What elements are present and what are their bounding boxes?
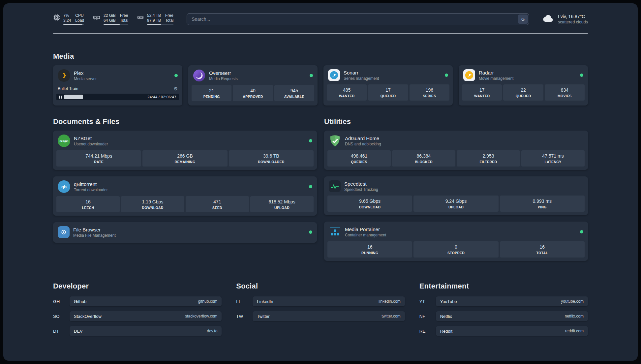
disk-total: 97.9 TB bbox=[147, 18, 161, 23]
disk-label-1: Free bbox=[165, 13, 173, 18]
bookmark-card: Netflix netflix.com bbox=[436, 311, 588, 321]
memory-free: 22 GiB bbox=[104, 13, 116, 18]
service-subtitle: Media File Management bbox=[73, 233, 116, 238]
service-link-portainer[interactable]: Media Portainer Container management bbox=[327, 225, 585, 241]
section-utilities: Utilities bbox=[324, 117, 588, 261]
bookmark-name: Netflix bbox=[440, 314, 452, 319]
service-link-overseerr[interactable]: Overseerr Media Requests bbox=[192, 69, 314, 85]
bookmark-card: LinkedIn linkedin.com bbox=[253, 296, 405, 306]
service-subtitle: Series management bbox=[344, 76, 379, 81]
service-title: NZBGet bbox=[74, 136, 108, 141]
stat-rate: 744.21 Mbps RATE bbox=[56, 150, 141, 167]
service-link-nzbget[interactable]: nzbget NZBGet Usenet downloader bbox=[56, 134, 314, 150]
status-dot bbox=[445, 74, 448, 77]
bookmark-url: twitter.com bbox=[382, 314, 400, 318]
gear-icon[interactable]: ⚙ bbox=[173, 86, 178, 91]
section-documents: Documents & Files nzbget NZBGet Usenet d… bbox=[53, 117, 317, 243]
service-card-portainer: Media Portainer Container management 16 … bbox=[324, 222, 588, 261]
memory-icon bbox=[93, 14, 101, 21]
playback-progress-fill bbox=[64, 95, 83, 99]
bookmark-netflix[interactable]: NF Netflix netflix.com bbox=[419, 311, 588, 321]
service-card-qbittorrent: qb qBittorrent Torrent downloader 16 bbox=[53, 176, 317, 216]
bookmark-twitter[interactable]: TW Twitter twitter.com bbox=[236, 311, 405, 321]
search-provider-button[interactable]: G bbox=[518, 15, 528, 24]
bookmark-name: StackOverflow bbox=[74, 314, 102, 319]
service-title: Overseerr bbox=[209, 70, 238, 76]
service-title: Radarr bbox=[479, 70, 513, 76]
bookmark-abbr: YT bbox=[419, 299, 436, 304]
section-title-entertainment: Entertainment bbox=[419, 282, 588, 290]
bookmark-url: netflix.com bbox=[565, 314, 584, 318]
stat-movies: 834 MOVIES bbox=[545, 84, 585, 101]
service-subtitle: Media server bbox=[74, 76, 97, 81]
stat-ping: 0.993 ms PING bbox=[500, 196, 585, 212]
top-bar: 7% 3.24 CPU Load bbox=[53, 3, 588, 25]
weather-condition: scattered clouds bbox=[558, 20, 588, 24]
service-subtitle: DNS and adblocking bbox=[345, 142, 381, 146]
cpu-progress-fill bbox=[63, 24, 82, 25]
section-title-media: Media bbox=[53, 52, 588, 61]
pause-icon bbox=[59, 96, 62, 99]
service-title: Media Portainer bbox=[345, 227, 386, 232]
service-link-plex[interactable]: Plex Media server bbox=[56, 69, 179, 85]
bookmark-stackoverflow[interactable]: SO StackOverflow stackoverflow.com bbox=[53, 311, 222, 321]
service-link-speedtest[interactable]: Speedtest Speedtest Tracking bbox=[327, 180, 585, 196]
section-title-documents: Documents & Files bbox=[53, 117, 317, 126]
bookmark-name: Reddit bbox=[440, 329, 453, 334]
stat-available: 945 AVAILABLE bbox=[274, 85, 314, 101]
adguard-icon bbox=[329, 135, 341, 147]
bookmark-linkedin[interactable]: LI LinkedIn linkedin.com bbox=[236, 296, 405, 306]
service-subtitle: Speedtest Tracking bbox=[344, 187, 378, 192]
bookmark-abbr: NF bbox=[419, 314, 436, 319]
bookmark-abbr: GH bbox=[53, 299, 70, 304]
bookmark-name: LinkedIn bbox=[257, 299, 273, 304]
bookmark-card: YouTube youtube.com bbox=[436, 296, 588, 306]
stat-upload: 618.52 Mbps UPLOAD bbox=[250, 196, 314, 212]
disk-widget: 52.4 TB 97.9 TB Free Total bbox=[137, 13, 173, 25]
service-subtitle: Container management bbox=[345, 233, 386, 237]
plex-icon bbox=[58, 69, 70, 82]
overseerr-icon bbox=[193, 69, 205, 82]
bookmark-url: github.com bbox=[198, 299, 218, 304]
section-title-utilities: Utilities bbox=[324, 117, 588, 126]
service-link-radarr[interactable]: Radarr Movie management bbox=[462, 69, 585, 84]
bookmark-url: linkedin.com bbox=[379, 299, 401, 304]
bookmark-group-social: Social LI LinkedIn linkedin.com TW Twitt… bbox=[236, 282, 405, 336]
stat-latency: 47.571 ms LATENCY bbox=[521, 150, 585, 167]
service-card-radarr: Radarr Movie management 17 WANTED 22 QUE… bbox=[459, 65, 588, 106]
service-link-sonarr[interactable]: Sonarr Series management bbox=[327, 69, 449, 84]
bookmark-dev[interactable]: DT DEV dev.to bbox=[53, 326, 222, 336]
section-title-social: Social bbox=[236, 282, 405, 290]
service-subtitle: Media Requests bbox=[209, 76, 238, 81]
stat-series: 196 SERIES bbox=[410, 84, 449, 101]
weather-widget: Lviv, 16.87°C scattered clouds bbox=[542, 14, 588, 24]
memory-total: 64 GiB bbox=[104, 18, 116, 23]
bookmark-youtube[interactable]: YT YouTube youtube.com bbox=[419, 296, 588, 306]
bookmark-card: Github github.com bbox=[70, 296, 222, 306]
service-link-filebrowser[interactable]: File Browser Media File Management bbox=[56, 226, 314, 239]
service-link-adguard[interactable]: AdGuard Home DNS and adblocking bbox=[327, 134, 585, 150]
qbittorrent-icon: qb bbox=[58, 180, 70, 193]
search-input[interactable] bbox=[187, 13, 529, 25]
cpu-icon bbox=[53, 14, 60, 21]
bookmark-url: youtube.com bbox=[561, 299, 584, 304]
header-divider bbox=[53, 33, 588, 34]
playback-time: 24:44 / 02:06:47 bbox=[147, 95, 176, 99]
bookmark-reddit[interactable]: RE Reddit reddit.com bbox=[419, 326, 588, 336]
stat-approved: 40 APPROVED bbox=[233, 85, 273, 101]
search-bar: G bbox=[187, 13, 529, 25]
service-card-adguard: AdGuard Home DNS and adblocking 498,461 … bbox=[324, 131, 588, 170]
bookmark-github[interactable]: GH Github github.com bbox=[53, 296, 222, 306]
service-title: qBittorrent bbox=[74, 181, 108, 187]
stat-download: 1.19 Gbps DOWNLOAD bbox=[121, 196, 184, 212]
status-dot bbox=[580, 230, 583, 233]
stat-blocked: 86,384 BLOCKED bbox=[392, 150, 455, 167]
service-card-plex: Plex Media server Bullet Train ⚙ 24:44 /… bbox=[53, 65, 182, 106]
speedtest-icon bbox=[329, 180, 341, 192]
radarr-icon bbox=[463, 69, 475, 81]
stat-downloaded: 39.6 TB DOWNLOADED bbox=[229, 150, 314, 167]
portainer-icon bbox=[329, 226, 341, 238]
memory-label-2: Total bbox=[120, 18, 128, 23]
stat-stopped: 0 STOPPED bbox=[413, 241, 498, 258]
service-link-qbittorrent[interactable]: qb qBittorrent Torrent downloader bbox=[56, 180, 314, 196]
